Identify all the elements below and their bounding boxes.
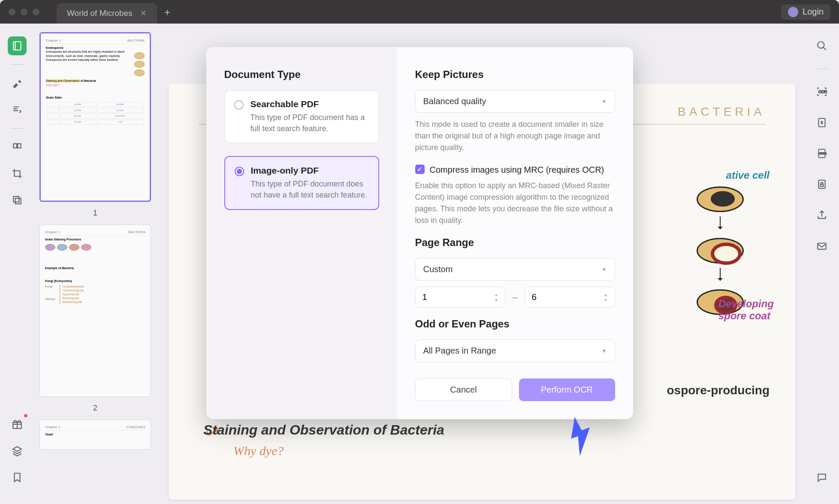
range-from-input[interactable]: 1 ▲▼ (415, 287, 506, 308)
odd-even-title: Odd or Even Pages (415, 318, 615, 330)
spinner-value: 6 (532, 292, 537, 302)
chevron-down-icon: ▼ (602, 267, 607, 273)
range-dash: – (512, 292, 517, 303)
mrc-label: Compress images using MRC (requires OCR) (430, 164, 604, 176)
mrc-checkbox-row[interactable]: ✓ Compress images using MRC (requires OC… (415, 164, 615, 176)
option-image-only-pdf[interactable]: Image-only PDF This type of PDF document… (224, 156, 379, 210)
quality-select[interactable]: Balanced quality ▼ (415, 90, 615, 113)
option-title: Image-only PDF (251, 165, 369, 176)
chevron-down-icon: ▼ (602, 348, 607, 354)
range-select[interactable]: Custom ▼ (415, 258, 615, 281)
page-range-title: Page Range (415, 237, 615, 249)
select-value: Balanced quality (423, 96, 486, 106)
text-staining: Staining and Observation of Bacteria (203, 422, 444, 438)
option-title: Searchable PDF (250, 99, 369, 109)
select-value: Custom (423, 264, 453, 274)
spinner-arrows[interactable]: ▲▼ (604, 293, 608, 302)
range-to-input[interactable]: 6 ▲▼ (525, 287, 615, 308)
spinner-arrows[interactable]: ▲▼ (494, 293, 498, 302)
radio-icon (235, 167, 244, 176)
select-value: All Pages in Range (423, 346, 496, 356)
odd-even-select[interactable]: All Pages in Range ▼ (415, 339, 615, 362)
ocr-modal: Document Type Searchable PDF This type o… (206, 47, 633, 419)
spinner-value: 1 (423, 292, 427, 302)
range-inputs: 1 ▲▼ – 6 ▲▼ (415, 287, 615, 308)
modal-right-panel: Keep Pictures Balanced quality ▼ This mo… (397, 47, 633, 419)
mrc-help: Enable this option to apply an MRC-based… (415, 180, 615, 226)
option-searchable-pdf[interactable]: Searchable PDF This type of PDF document… (224, 90, 379, 143)
quality-help: This mode is used to create a document s… (415, 119, 615, 153)
chevron-down-icon: ▼ (602, 99, 607, 105)
modal-left-panel: Document Type Searchable PDF This type o… (206, 47, 397, 419)
cancel-button[interactable]: Cancel (415, 378, 512, 401)
option-desc: This type of PDF document has a full tex… (250, 112, 369, 134)
perform-ocr-button[interactable]: Perform OCR (519, 378, 615, 401)
modal-actions: Cancel Perform OCR (415, 378, 615, 401)
checkbox-icon: ✓ (415, 165, 425, 174)
document-type-title: Document Type (224, 69, 379, 81)
keep-pictures-title: Keep Pictures (415, 69, 615, 81)
option-desc: This type of PDF document does not have … (251, 178, 369, 201)
radio-icon (234, 100, 244, 110)
